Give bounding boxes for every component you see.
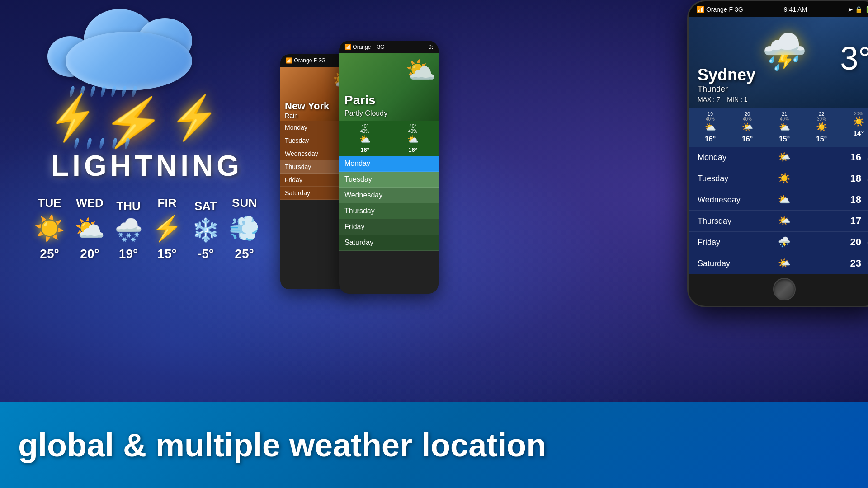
sydney-temps-friday: 20 6 <box>802 236 868 248</box>
day-item-sat: SAT ❄️ -5° <box>192 199 220 261</box>
sydney-status-icons: ➤ 🔒 🔋 <box>848 6 868 13</box>
day-label-thu: THU <box>116 199 140 213</box>
sydney-row-friday: Friday ⛈️ 20 6 <box>689 232 868 253</box>
day-label-tue: TUE <box>38 196 61 210</box>
ny-day-wednesday: Wednesday <box>285 150 318 157</box>
sydney-city-name: Sydney <box>698 66 868 84</box>
day-icon-sun: 💨 <box>229 214 260 243</box>
sydney-hourly-3: 21 40% ⛅ 15° <box>767 111 802 143</box>
cloud-shape-body <box>66 32 192 90</box>
day-temp-fir: 15° <box>157 247 176 261</box>
day-item-sun: SUN 💨 25° <box>229 196 260 261</box>
sydney-hour-1-pct: 40% <box>693 117 727 122</box>
paris-carrier: 📶 Orange F 3G <box>344 44 384 50</box>
sydney-temps-saturday: 23 9 <box>802 258 868 269</box>
sydney-forecast-list: Monday 🌤️ 16 8 Tuesday ☀️ 18 8 Wednesday… <box>689 147 868 274</box>
sydney-icon-saturday: 🌤️ <box>767 258 802 269</box>
sydney-day-thursday: Thursday <box>698 216 767 226</box>
paris-hourly-2: 40° 40% ⛅ 16° <box>390 124 436 153</box>
sydney-icon-thursday: 🌤️ <box>767 215 802 227</box>
sydney-high-wednesday: 18 <box>850 194 861 205</box>
phone-paris: 📶 Orange F 3G 9: ⛅ Paris Partly Cloudy 4… <box>339 41 439 294</box>
paris-pct-val-2: 40% <box>390 129 436 134</box>
paris-pct-1: 40° <box>342 124 388 129</box>
ny-day-friday: Friday <box>285 176 302 183</box>
sydney-hour-5-icon: ☀️ <box>841 116 868 127</box>
day-label-sat: SAT <box>194 199 217 213</box>
bottom-bar: global & multiple weather location <box>0 402 868 488</box>
sydney-hour-4-time: 22 <box>804 111 839 117</box>
sydney-temps-monday: 16 8 <box>802 151 868 163</box>
ny-city-name: New York <box>285 100 329 112</box>
sydney-row-wednesday: Wednesday ⛅ 18 5 <box>689 189 868 211</box>
sydney-high-tuesday: 18 <box>850 173 861 184</box>
day-temp-tue: 25° <box>40 247 59 261</box>
sydney-hour-5-pct: 20% <box>841 111 868 116</box>
day-icon-tue: ☀️ <box>34 214 65 243</box>
sydney-hour-4-pct: 30% <box>804 117 839 122</box>
sydney-hour-3-pct: 40% <box>767 117 802 122</box>
sydney-row-saturday: Saturday 🌤️ 23 9 <box>689 253 868 274</box>
paris-row-saturday: Saturday <box>339 235 439 251</box>
day-icon-thu: 🌨️ <box>114 217 142 243</box>
sydney-icon-friday: ⛈️ <box>767 236 802 248</box>
ny-day-thursday: Thursday <box>285 163 311 170</box>
sydney-row-thursday: Thursday 🌤️ 17 5 <box>689 211 868 232</box>
sydney-hour-3-time: 21 <box>767 111 802 117</box>
day-label-sun: SUN <box>232 196 257 210</box>
weekly-forecast-row: TUE ☀️ 25° WED ⛅ 20° THU 🌨️ 19° FIR ⚡ 15… <box>25 196 269 261</box>
sydney-high-friday: 20 <box>850 236 861 248</box>
paris-icon-2: ⛅ <box>390 134 436 145</box>
sydney-day-monday: Monday <box>698 153 767 162</box>
sydney-hourly-5: 20% ☀️ 14° <box>841 111 868 143</box>
sydney-hourly-2: 20 40% 🌤️ 16° <box>730 111 764 143</box>
sydney-hour-3-icon: ⛅ <box>767 122 802 132</box>
day-item-wed: WED ⛅ 20° <box>74 196 105 261</box>
paris-pct-2: 40° <box>390 124 436 129</box>
sydney-hourly-strip: 19 40% ⛅ 16° 20 40% 🌤️ 16° 21 40% ⛅ 15° … <box>689 108 868 147</box>
sydney-temps-tuesday: 18 8 <box>802 173 868 184</box>
sydney-condition: Thunder <box>698 84 868 94</box>
sydney-hour-4-temp: 15° <box>804 135 839 143</box>
sydney-icon-monday: 🌤️ <box>767 151 802 163</box>
paris-hourly-strip: 40° 40% ⛅ 16° 40° 40% ⛅ 16° <box>339 121 439 156</box>
sydney-header: ⛈️ 3° Sydney Thunder MAX : 7 MIN : 1 <box>689 17 868 108</box>
sydney-row-tuesday: Tuesday ☀️ 18 8 <box>689 168 868 189</box>
sydney-day-friday: Friday <box>698 238 767 247</box>
day-icon-fir: ⚡ <box>151 214 183 243</box>
paris-header: ⛅ Paris Partly Cloudy <box>339 53 439 121</box>
day-label-fir: FIR <box>158 196 177 210</box>
sydney-min: MIN : 1 <box>727 96 747 103</box>
paris-city-name: Paris <box>344 93 376 108</box>
day-item-tue: TUE ☀️ 25° <box>34 196 65 261</box>
ny-carrier: 📶 Orange F 3G <box>286 57 326 64</box>
day-icon-wed: ⛅ <box>74 214 105 243</box>
sydney-day-tuesday: Tuesday <box>698 174 767 183</box>
home-button[interactable] <box>773 278 796 300</box>
sydney-minmax: MAX : 7 MIN : 1 <box>698 96 868 103</box>
lightning-label: LIGHTNING <box>51 149 243 183</box>
raindrop <box>73 137 80 149</box>
sydney-day-wednesday: Wednesday <box>698 195 767 205</box>
raindrop <box>111 137 118 149</box>
sydney-hourly-1: 19 40% ⛅ 16° <box>693 111 727 143</box>
left-weather-section: ⚡ ⚡ ⚡ LIGHTNING TUE ☀️ 25° WED ⛅ 20° <box>0 0 294 307</box>
paris-temp-2: 16° <box>390 146 436 153</box>
ny-day-tuesday: Tuesday <box>285 137 309 144</box>
sydney-status-bar: 📶 Orange F 3G 9:41 AM ➤ 🔒 🔋 <box>689 1 868 17</box>
day-temp-sat: -5° <box>198 247 214 261</box>
paris-time: 9: <box>429 44 433 50</box>
day-temp-thu: 19° <box>119 247 138 261</box>
lightning-bolt-1: ⚡ <box>43 90 102 145</box>
sydney-icon-tuesday: ☀️ <box>767 173 802 184</box>
sydney-high-thursday: 17 <box>850 215 861 226</box>
paris-row-monday: Monday <box>339 156 439 172</box>
paris-temp-1: 16° <box>342 146 388 153</box>
sydney-hour-3-temp: 15° <box>767 135 802 143</box>
sydney-hour-1-time: 19 <box>693 111 727 117</box>
sydney-temps-thursday: 17 5 <box>802 215 868 227</box>
day-temp-sun: 25° <box>235 247 254 261</box>
paris-row-thursday: Thursday <box>339 203 439 219</box>
paris-row-wednesday: Wednesday <box>339 188 439 203</box>
paris-day-friday: Friday <box>344 223 364 231</box>
